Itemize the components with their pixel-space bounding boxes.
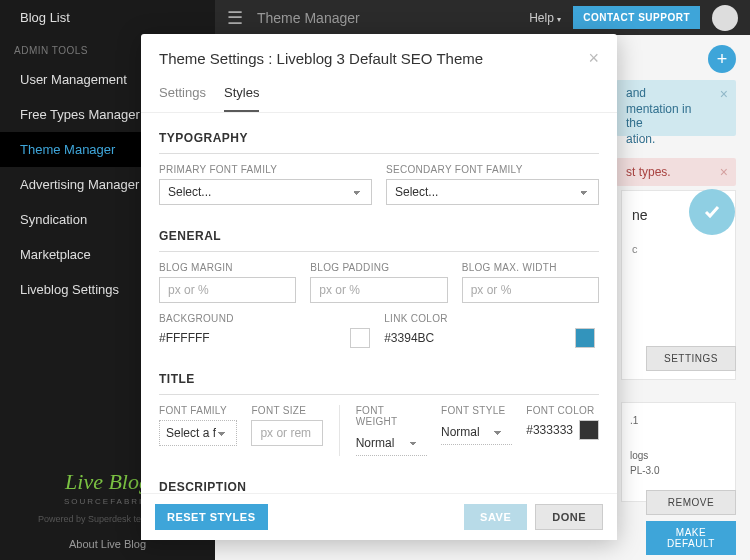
section-typography: TYPOGRAPHY (159, 117, 599, 154)
default-badge (689, 189, 737, 237)
label-secondary-font: SECONDARY FONT FAMILY (386, 164, 599, 175)
blog-margin-input[interactable] (159, 277, 296, 303)
link-color-swatch[interactable] (575, 328, 595, 348)
save-button[interactable]: SAVE (464, 504, 527, 530)
link-color-value: #3394BC (384, 331, 569, 345)
avatar[interactable] (712, 5, 738, 31)
blog-padding-input[interactable] (310, 277, 447, 303)
close-icon[interactable]: × (720, 164, 728, 180)
hamburger-icon[interactable]: ☰ (227, 7, 243, 29)
label-title-font-style: FONT STYLE (441, 405, 512, 416)
info-alert: andmentation in theation. × (616, 80, 736, 136)
page-title: Theme Manager (257, 10, 360, 26)
settings-button[interactable]: SETTINGS (646, 346, 736, 371)
title-font-color-swatch[interactable] (579, 420, 599, 440)
make-default-button[interactable]: MAKE DEFAULT (646, 521, 736, 555)
section-description: DESCRIPTION (159, 466, 599, 493)
modal-footer: RESET STYLES SAVE DONE (141, 493, 617, 540)
close-icon[interactable]: × (720, 86, 728, 102)
theme-card-2: .1 logs PL-3.0 (621, 402, 736, 502)
modal-title: Theme Settings : Liveblog 3 Default SEO … (159, 50, 483, 67)
topbar: ☰ Theme Manager Help ▾ CONTACT SUPPORT (215, 0, 750, 35)
section-general: GENERAL (159, 215, 599, 252)
title-font-size-input[interactable] (251, 420, 322, 446)
danger-alert: st types. × (616, 158, 736, 186)
label-title-font-family: FONT FAMILY (159, 405, 237, 416)
close-icon[interactable]: × (588, 48, 599, 69)
label-link-color: LINK COLOR (384, 313, 595, 324)
reset-styles-button[interactable]: RESET STYLES (155, 504, 268, 530)
label-primary-font: PRIMARY FONT FAMILY (159, 164, 372, 175)
blog-max-width-input[interactable] (462, 277, 599, 303)
theme-card-sub: c (632, 243, 725, 255)
label-blog-padding: BLOG PADDING (310, 262, 447, 273)
done-button[interactable]: DONE (535, 504, 603, 530)
title-font-weight-select[interactable]: Normal (356, 431, 427, 456)
label-title-font-size: FONT SIZE (251, 405, 322, 416)
remove-button[interactable]: REMOVE (646, 490, 736, 515)
background-value: #FFFFFF (159, 331, 344, 345)
background-swatch[interactable] (350, 328, 370, 348)
label-title-font-color: FONT COLOR (526, 405, 599, 416)
tab-styles[interactable]: Styles (224, 79, 259, 112)
plus-icon: + (717, 49, 728, 70)
theme-license: PL-3.0 (630, 465, 727, 476)
label-blog-margin: BLOG MARGIN (159, 262, 296, 273)
theme-blogs: logs (630, 450, 727, 461)
primary-font-select[interactable]: Select... (159, 179, 372, 205)
modal-tabs: Settings Styles (141, 79, 617, 113)
label-blog-max-width: BLOG MAX. WIDTH (462, 262, 599, 273)
add-button[interactable]: + (708, 45, 736, 73)
label-title-font-weight: FONT WEIGHT (356, 405, 427, 427)
secondary-font-select[interactable]: Select... (386, 179, 599, 205)
theme-version: .1 (630, 415, 727, 426)
modal-body: TYPOGRAPHY PRIMARY FONT FAMILY Select...… (141, 113, 617, 493)
sidebar-item-blog-list[interactable]: Blog List (0, 0, 215, 35)
chevron-down-icon: ▾ (557, 15, 561, 24)
title-font-family-select[interactable]: Select a font (159, 420, 237, 446)
theme-settings-modal: Theme Settings : Liveblog 3 Default SEO … (141, 34, 617, 540)
contact-support-button[interactable]: CONTACT SUPPORT (573, 6, 700, 29)
label-background: BACKGROUND (159, 313, 370, 324)
modal-header: Theme Settings : Liveblog 3 Default SEO … (141, 34, 617, 79)
help-dropdown[interactable]: Help ▾ (529, 11, 561, 25)
title-font-color-value: #333333 (526, 423, 573, 437)
title-font-style-select[interactable]: Normal (441, 420, 512, 445)
section-title: TITLE (159, 358, 599, 395)
tab-settings[interactable]: Settings (159, 79, 206, 112)
